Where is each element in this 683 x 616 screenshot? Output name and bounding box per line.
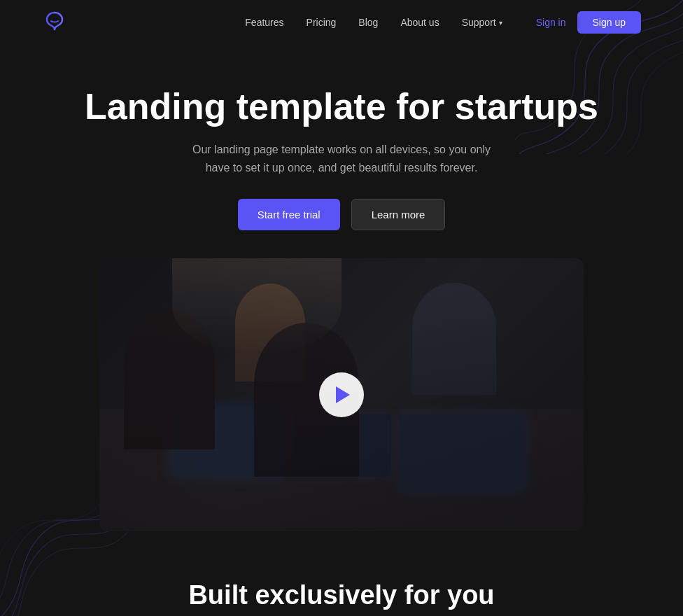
nav-item-features[interactable]: Features bbox=[245, 16, 283, 29]
signup-button[interactable]: Sign up bbox=[577, 11, 641, 34]
hero-title: Landing template for startups bbox=[14, 87, 669, 127]
start-trial-button[interactable]: Start free trial bbox=[238, 199, 340, 230]
signin-button[interactable]: Sign in bbox=[536, 17, 566, 28]
built-section: Built exclusively for you Excepteur sint… bbox=[0, 531, 683, 616]
built-title: Built exclusively for you bbox=[14, 580, 669, 610]
nav-item-blog[interactable]: Blog bbox=[358, 16, 378, 29]
learn-more-button[interactable]: Learn more bbox=[351, 199, 446, 230]
nav-item-pricing[interactable]: Pricing bbox=[307, 16, 337, 29]
nav-item-about[interactable]: About us bbox=[400, 16, 439, 29]
support-chevron-icon: ▾ bbox=[499, 19, 502, 27]
nav-actions: Sign in Sign up bbox=[536, 11, 641, 34]
video-section bbox=[0, 258, 683, 531]
nav-links: Features Pricing Blog About us Support ▾ bbox=[245, 16, 502, 29]
logo-icon bbox=[42, 8, 67, 34]
play-button[interactable] bbox=[319, 372, 364, 417]
hero-buttons: Start free trial Learn more bbox=[14, 199, 669, 230]
hero-section: Landing template for startups Our landin… bbox=[0, 45, 683, 258]
video-container[interactable] bbox=[99, 258, 584, 531]
play-icon bbox=[336, 386, 350, 403]
nav-item-support[interactable]: Support ▾ bbox=[462, 17, 502, 28]
hero-subtitle: Our landing page template works on all d… bbox=[181, 141, 502, 176]
logo[interactable] bbox=[42, 8, 67, 36]
navbar: Features Pricing Blog About us Support ▾… bbox=[0, 0, 683, 45]
